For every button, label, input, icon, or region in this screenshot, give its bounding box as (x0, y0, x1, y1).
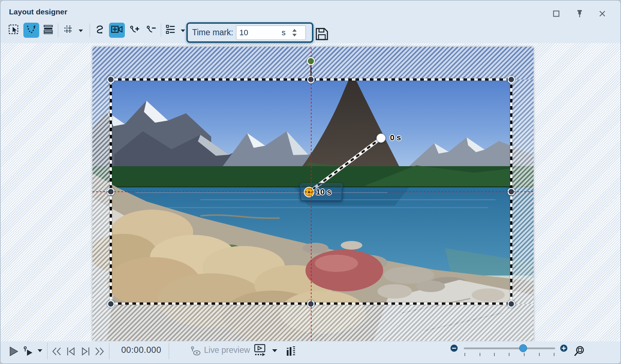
preview-window-icon (254, 344, 267, 358)
handle-top-right[interactable] (508, 76, 515, 83)
layout-canvas[interactable]: 0 s 10 s (1, 43, 621, 341)
live-preview-toggle[interactable] (189, 344, 203, 359)
handle-top-left[interactable] (107, 76, 115, 83)
previous-frame-icon (66, 346, 76, 356)
zoom-fit-button[interactable] (572, 343, 586, 359)
save-icon[interactable] (314, 26, 329, 43)
time-mark-unit: s (279, 28, 288, 37)
smooth-curve-tool-button[interactable] (92, 23, 108, 38)
spinner-up-icon (292, 29, 297, 32)
camera-pan-icon (111, 24, 123, 36)
grid-tool-button[interactable] (61, 23, 76, 38)
fast-forward-icon (95, 346, 105, 356)
time-mark-input[interactable] (236, 28, 279, 38)
fast-forward-button[interactable] (94, 345, 105, 358)
titlebar[interactable]: Layout designer (0, 0, 621, 21)
toolbar-separator (161, 23, 161, 37)
curve-plus-icon (129, 24, 140, 36)
zoom-tick (524, 353, 525, 356)
grid-icon (63, 24, 74, 36)
zoom-tick (509, 353, 509, 356)
zoom-out-button[interactable] (450, 345, 458, 352)
play-button[interactable] (8, 344, 20, 359)
zoom-slider-thumb[interactable] (519, 344, 527, 352)
curve-minus-icon (146, 24, 157, 36)
skip-to-start-icon (51, 346, 62, 356)
play-from-marker-button[interactable] (22, 344, 35, 359)
play-from-marker-icon (23, 346, 34, 357)
levels-icon (286, 345, 296, 358)
time-mark-field: s (236, 26, 306, 40)
play-icon (9, 346, 18, 356)
object-list-tool-button[interactable] (41, 23, 56, 38)
time-display: 00:00.000 (121, 345, 161, 355)
keyframe-list-dropdown-arrow[interactable] (180, 28, 186, 33)
stacked-layers-icon (43, 24, 54, 36)
render-quality-button[interactable] (285, 343, 298, 359)
zoom-tick (494, 353, 495, 356)
zoom-out-icon (450, 345, 458, 352)
grid-dropdown-arrow[interactable] (77, 28, 84, 33)
zoom-tick (539, 353, 540, 356)
bottombar-separator (47, 343, 47, 359)
skip-to-start-button[interactable] (51, 345, 62, 358)
toolbar-separator (58, 23, 58, 37)
zoom-in-icon (560, 345, 567, 352)
crosshair-horizontal (92, 191, 534, 192)
next-frame-icon (81, 346, 91, 356)
previous-frame-button[interactable] (65, 345, 77, 358)
next-frame-button[interactable] (80, 345, 91, 358)
zoom-tick (480, 353, 480, 356)
start-keyframe-label: 0 s (390, 133, 401, 142)
toolbar-separator (90, 23, 90, 37)
add-keyframe-tool-button[interactable] (127, 23, 142, 38)
motion-path-icon (26, 24, 37, 37)
motion-path-tool-button[interactable] (23, 23, 39, 38)
select-cursor-icon (8, 24, 19, 36)
time-mark-group: Time mark: s (186, 22, 313, 43)
maximize-button[interactable] (551, 9, 562, 20)
spinner-down-icon (292, 33, 297, 37)
zoom-fit-icon (573, 345, 585, 358)
close-icon (599, 10, 606, 18)
preview-eye-icon (190, 346, 201, 357)
crosshair-vertical (311, 47, 312, 341)
time-mark-spinner[interactable] (288, 26, 300, 39)
time-mark-label: Time mark: (192, 28, 233, 37)
selected-keyframe-label: 10 s (316, 187, 331, 197)
close-button[interactable] (597, 9, 608, 20)
zoom-tick (554, 353, 554, 356)
remove-keyframe-tool-button[interactable] (144, 23, 159, 38)
clock-keyframe-icon[interactable] (302, 185, 316, 199)
pin-button[interactable] (574, 9, 585, 20)
layout-designer-window: Layout designer (0, 0, 621, 364)
bottombar-separator (169, 343, 169, 359)
start-keyframe-marker[interactable] (376, 133, 386, 143)
zoom-tick (464, 353, 465, 356)
camera-pan-tool-button[interactable] (109, 23, 125, 38)
playback-bar: 00:00.000 Live preview (0, 341, 621, 362)
keyframe-list-tool-button[interactable] (163, 23, 178, 38)
pin-icon (576, 10, 583, 19)
handle-bottom-right[interactable] (508, 300, 515, 308)
handle-bottom-left[interactable] (107, 300, 115, 308)
preview-options-dropdown-arrow[interactable] (271, 348, 278, 354)
zoom-in-button[interactable] (560, 345, 567, 352)
keyframe-list-icon (165, 24, 176, 36)
window-title: Layout designer (9, 8, 67, 16)
preview-window-button[interactable] (253, 343, 267, 359)
smooth-curve-icon (95, 24, 105, 36)
play-options-dropdown-arrow[interactable] (36, 348, 44, 354)
live-preview-label: Live preview (204, 345, 250, 355)
maximize-icon (553, 10, 559, 18)
zoom-slider-track[interactable] (464, 347, 555, 349)
bottombar-separator (109, 343, 109, 359)
select-tool-button[interactable] (6, 23, 21, 38)
